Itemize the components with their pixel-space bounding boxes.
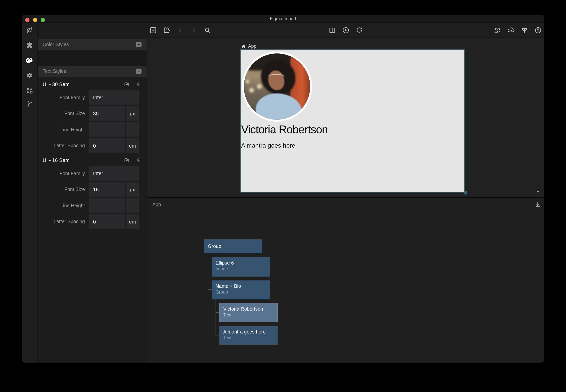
canvas-area[interactable]: App Victoria Robertson A mantra goes her…: [147, 38, 544, 197]
add-color-style-button[interactable]: +: [136, 42, 142, 47]
tree-connector: [208, 253, 208, 290]
avatar-photo: [242, 52, 312, 122]
forward-chevron-icon[interactable]: [190, 26, 198, 34]
text-styles-title: Text Styles: [43, 69, 136, 74]
node-label: Name + Bio: [216, 283, 266, 289]
font-family-label: Font Family: [38, 171, 89, 176]
window-title: Figma Import: [22, 15, 544, 22]
upload-tray-icon[interactable]: [521, 26, 528, 34]
tree-node-victoria-selected[interactable]: Victoria Robertson Text: [219, 303, 278, 322]
font-family-field[interactable]: Inter: [89, 166, 139, 181]
font-size-field[interactable]: 30: [89, 106, 125, 121]
cloud-sync-icon[interactable]: [507, 26, 515, 34]
tool-rail: [22, 23, 38, 363]
tree-connector: [216, 299, 216, 336]
plugin-puzzle-icon[interactable]: [25, 41, 34, 50]
letter-spacing-field[interactable]: 0: [89, 138, 125, 153]
breadcrumb-label: App: [248, 43, 256, 49]
text-style-name: UI - 16 Semi: [43, 157, 124, 163]
tree-node-name-bio[interactable]: Name + Bio Group: [212, 280, 270, 299]
add-text-style-button[interactable]: +: [136, 69, 142, 74]
font-family-row: Font Family Inter: [38, 166, 146, 181]
node-type: Group: [216, 289, 266, 294]
settings-gear-icon[interactable]: [25, 71, 34, 80]
search-icon[interactable]: [203, 26, 211, 34]
app-window: Figma Import: [22, 15, 544, 363]
tree-connector: [208, 289, 212, 290]
letter-spacing-field[interactable]: 0: [89, 214, 125, 229]
tree-connector: [216, 312, 219, 313]
toolbar: [147, 23, 544, 38]
delete-style-icon[interactable]: [136, 81, 142, 87]
edit-style-icon[interactable]: [124, 157, 130, 163]
line-height-field[interactable]: [89, 198, 125, 213]
text-style-row[interactable]: UI - 30 Semi: [38, 79, 146, 90]
edit-style-icon[interactable]: [124, 81, 130, 87]
styles-palette-icon[interactable]: [25, 56, 34, 65]
import-search-icon[interactable]: [163, 26, 171, 34]
text-styles-header: Text Styles +: [38, 66, 146, 77]
line-height-row: Line Height: [38, 198, 146, 213]
tree-node-group[interactable]: Group: [204, 239, 262, 253]
users-icon[interactable]: [493, 26, 501, 34]
node-label: A mantra goes here: [223, 329, 274, 335]
version-branch-icon[interactable]: [25, 99, 34, 108]
play-icon[interactable]: [342, 26, 350, 34]
color-styles-title: Color Styles: [43, 42, 136, 47]
letter-spacing-unit[interactable]: em: [126, 138, 139, 153]
line-height-unit[interactable]: [126, 122, 139, 137]
node-label: Victoria Robertson: [223, 306, 274, 312]
line-height-label: Line Height: [38, 203, 89, 208]
scroll-to-top-icon[interactable]: [535, 189, 542, 196]
line-height-unit[interactable]: [126, 198, 139, 213]
letter-spacing-row: Letter Spacing 0 em: [38, 138, 146, 153]
letter-spacing-label: Letter Spacing: [38, 143, 89, 148]
titlebar: Figma Import: [22, 15, 544, 23]
split-columns-icon[interactable]: [328, 26, 336, 34]
font-family-field[interactable]: Inter: [89, 90, 139, 105]
node-tree-panel[interactable]: App Group Ellipse 6: [147, 197, 544, 363]
node-label: Ellipse 6: [216, 260, 266, 266]
delete-style-icon[interactable]: [136, 157, 142, 163]
line-height-row: Line Height: [38, 122, 146, 137]
help-icon[interactable]: [534, 26, 542, 34]
font-size-row: Font Size 30 px: [38, 106, 146, 121]
color-styles-header: Color Styles +: [38, 39, 146, 50]
add-frame-icon[interactable]: [149, 26, 157, 34]
font-size-row: Font Size 16 px: [38, 182, 146, 197]
selection-resize-handle[interactable]: [464, 191, 467, 195]
breadcrumb[interactable]: App: [241, 43, 256, 49]
tree-root-label: App: [152, 202, 161, 207]
profile-mantra-text: A mantra goes here: [241, 142, 346, 149]
font-size-label: Font Size: [38, 111, 89, 116]
vector-tool-icon[interactable]: [25, 26, 34, 34]
font-family-label: Font Family: [38, 95, 89, 100]
components-icon[interactable]: [25, 86, 34, 95]
node-type: Text: [223, 335, 274, 340]
font-family-row: Font Family Inter: [38, 90, 146, 105]
font-size-unit[interactable]: px: [126, 106, 139, 121]
node-type: Text: [223, 312, 274, 317]
font-size-field[interactable]: 16: [89, 182, 125, 197]
node-label: Group: [208, 243, 221, 250]
font-size-label: Font Size: [38, 187, 89, 192]
letter-spacing-unit[interactable]: em: [126, 214, 139, 229]
app-frame[interactable]: Victoria Robertson A mantra goes here: [241, 50, 464, 192]
refresh-icon[interactable]: [355, 26, 363, 34]
styles-panel: Color Styles + Text Styles + UI - 30 Sem…: [38, 23, 147, 363]
letter-spacing-label: Letter Spacing: [38, 219, 89, 224]
tree-node-ellipse[interactable]: Ellipse 6 Image: [212, 257, 270, 277]
home-icon: [241, 43, 246, 49]
back-chevron-icon[interactable]: [176, 26, 184, 34]
font-size-unit[interactable]: px: [126, 182, 139, 197]
scroll-to-bottom-icon[interactable]: [534, 201, 541, 208]
line-height-field[interactable]: [89, 122, 125, 137]
text-style-name: UI - 30 Semi: [43, 81, 124, 87]
screenshot-root: Figma Import: [0, 0, 566, 392]
tree-connector: [216, 335, 219, 336]
color-styles-empty-area: [38, 50, 146, 66]
tree-node-mantra[interactable]: A mantra goes here Text: [219, 326, 277, 345]
tree-connector: [208, 267, 212, 267]
letter-spacing-row: Letter Spacing 0 em: [38, 214, 146, 229]
text-style-row[interactable]: UI - 16 Semi: [38, 154, 146, 166]
